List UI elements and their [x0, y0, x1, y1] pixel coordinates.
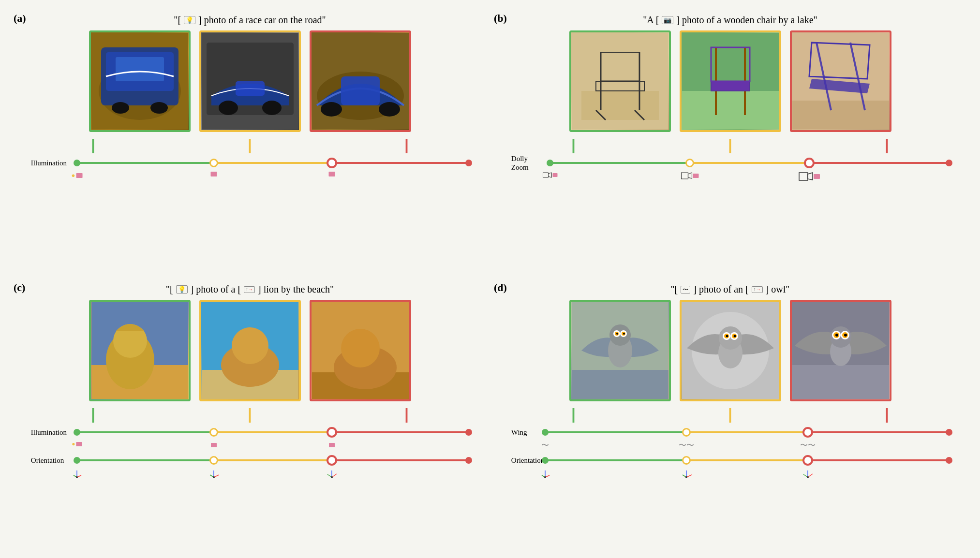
image-a2	[199, 30, 301, 132]
svg-point-63	[609, 324, 631, 346]
svg-point-10	[262, 101, 282, 115]
svg-point-104	[807, 476, 809, 478]
panel-a: (a) "[ 💡 ] photo of a race car on the ro…	[10, 10, 490, 279]
svg-rect-61	[572, 370, 668, 399]
svg-point-88	[835, 334, 838, 337]
camera-icon-b: 📷	[662, 16, 673, 24]
lamp-icon-c: 💡	[176, 285, 188, 294]
svg-point-78	[726, 335, 728, 338]
timeline-a: Illumination ●	[31, 156, 469, 181]
panel-c-images	[89, 300, 411, 401]
image-c1	[89, 300, 191, 401]
svg-point-68	[616, 333, 618, 335]
image-b1	[569, 30, 671, 132]
panel-c-label: (c)	[14, 281, 25, 294]
svg-point-38	[232, 327, 268, 364]
connector-c	[19, 408, 480, 423]
image-b3	[790, 30, 891, 132]
image-a3	[310, 30, 411, 132]
image-d2	[680, 300, 781, 401]
svg-point-69	[623, 333, 625, 335]
image-a1	[89, 30, 191, 132]
image-b2	[680, 30, 781, 132]
lamp-icon-a: 💡	[184, 16, 195, 24]
svg-point-59	[331, 476, 333, 478]
wing-icon-d1-left: 〜	[541, 441, 549, 451]
svg-point-96	[544, 476, 546, 478]
panel-d-title: "[ 〜 ] photo of an [ ↑→ ] owl"	[670, 284, 789, 295]
image-d1	[569, 300, 671, 401]
wing-icon-d1-right: 〜〜	[800, 441, 816, 451]
timeline-d2-label: Orientation	[511, 456, 545, 465]
svg-rect-4	[116, 57, 164, 81]
panel-d: (d) "[ 〜 ] photo of an [ ↑→ ] owl"	[490, 279, 970, 548]
svg-point-15	[379, 102, 400, 117]
connector-a	[19, 139, 480, 153]
svg-point-6	[150, 102, 168, 114]
panel-d-label: (d)	[494, 281, 507, 294]
timeline-a-label: Illumination	[31, 159, 77, 167]
svg-point-55	[213, 476, 215, 478]
connector-b	[500, 139, 961, 153]
timeline-d1-label: Wing	[511, 428, 545, 437]
timeline-c2-label: Orientation	[31, 456, 77, 465]
svg-point-100	[685, 476, 687, 478]
panel-a-label: (a)	[14, 12, 26, 25]
svg-point-14	[321, 102, 342, 117]
svg-point-51	[76, 476, 78, 478]
svg-point-43	[341, 329, 380, 367]
wing-icon-d1-mid: 〜〜	[679, 441, 694, 451]
main-container: (a) "[ 💡 ] photo of a race car on the ro…	[0, 0, 980, 558]
svg-rect-11	[236, 81, 265, 96]
image-d3	[790, 300, 891, 401]
axes-icon-c: ↑→	[244, 286, 255, 293]
connector-d	[500, 408, 961, 423]
svg-rect-24	[682, 91, 779, 130]
panel-a-images	[89, 30, 411, 132]
svg-point-9	[219, 101, 238, 115]
svg-point-79	[733, 335, 736, 338]
panel-c: (c) "[ 💡 ] photo of a [ ↑→ ] lion by the…	[10, 279, 490, 548]
svg-rect-26	[792, 101, 889, 130]
svg-point-5	[112, 102, 129, 114]
panel-c-title: "[ 💡 ] photo of a [ ↑→ ] lion by the bea…	[166, 284, 334, 295]
timeline-b: DollyZoom	[511, 156, 949, 182]
timeline-c1-label: Illumination	[31, 428, 77, 437]
panel-a-title: "[ 💡 ] photo of a race car on the road"	[174, 15, 326, 26]
panel-b-title: "A [ 📷 ] photo of a wooden chair by a la…	[643, 15, 817, 26]
timeline-b-label: DollyZoom	[511, 154, 550, 172]
timeline-c1: Illumination ●	[31, 425, 469, 449]
axes-icon-d: ↑→	[752, 286, 763, 293]
timeline-d1: Wing 〜 〜〜 〜〜	[511, 425, 949, 449]
panel-d-images	[569, 300, 891, 401]
panel-b: (b) "A [ 📷 ] photo of a wooden chair by …	[490, 10, 970, 279]
svg-rect-16	[341, 76, 380, 105]
timeline-d2: Orientation	[511, 453, 949, 479]
panel-b-images	[569, 30, 891, 132]
wing-icon-d: 〜	[681, 286, 690, 294]
image-c3	[310, 300, 411, 401]
svg-point-73	[719, 326, 742, 350]
timeline-c2: Orientation	[31, 453, 469, 479]
panel-b-label: (b)	[494, 12, 507, 25]
image-c2	[199, 300, 301, 401]
svg-point-89	[844, 334, 847, 337]
svg-rect-22	[581, 91, 659, 120]
svg-rect-81	[792, 365, 889, 399]
